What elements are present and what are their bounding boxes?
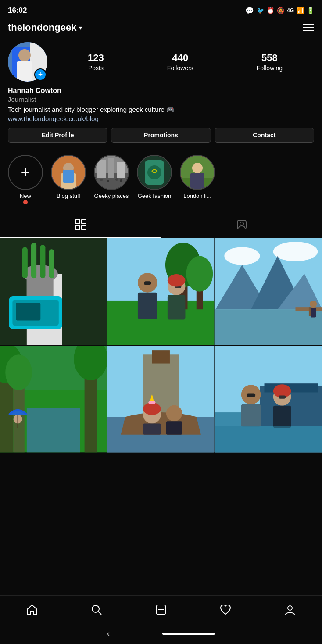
geeky-highlight-circle (94, 155, 129, 190)
signal-4g-icon: 4G (287, 7, 294, 14)
stats-row: 123 Posts 440 Followers 558 Following (56, 52, 314, 72)
svg-rect-12 (97, 160, 106, 178)
silent-icon: 🔕 (277, 7, 284, 14)
svg-point-87 (166, 405, 182, 421)
following-count: 558 (261, 52, 278, 64)
svg-rect-38 (40, 245, 45, 278)
highlight-geeky[interactable]: Geeky places (94, 155, 129, 204)
svg-rect-95 (247, 394, 255, 397)
fashion-highlight-circle (137, 155, 172, 190)
activity-nav-item[interactable] (211, 601, 240, 619)
svg-rect-85 (149, 401, 156, 404)
following-stat[interactable]: 558 Following (257, 52, 283, 72)
highlight-geeky-label: Geeky places (94, 193, 129, 199)
svg-rect-99 (279, 396, 286, 399)
plus-icon: + (21, 163, 30, 182)
svg-point-48 (186, 256, 213, 292)
svg-rect-25 (190, 173, 204, 189)
svg-point-55 (168, 274, 186, 286)
followers-count: 440 (172, 52, 188, 64)
svg-rect-81 (152, 350, 170, 363)
profile-nav-item[interactable] (275, 601, 305, 619)
grid-photo-4[interactable] (0, 346, 107, 452)
svg-point-65 (310, 301, 317, 308)
svg-rect-29 (82, 225, 86, 230)
battery-icon: 🔋 (307, 7, 314, 14)
home-icon (26, 604, 38, 616)
back-button[interactable]: ‹ (107, 629, 110, 638)
svg-rect-53 (144, 281, 151, 285)
svg-rect-86 (143, 424, 161, 435)
home-bar[interactable] (162, 633, 215, 635)
svg-rect-62 (215, 309, 322, 345)
svg-rect-14 (117, 162, 125, 178)
following-label: Following (257, 64, 283, 72)
highlight-fashion-label: Geek fashion (138, 193, 172, 199)
profile-icon (284, 604, 296, 616)
highlight-london[interactable]: London li... (180, 155, 215, 204)
promotions-button[interactable]: Promotions (111, 128, 211, 143)
add-story-button[interactable]: + (34, 68, 47, 81)
svg-point-72 (5, 355, 32, 390)
svg-point-4 (18, 49, 31, 61)
svg-rect-88 (166, 422, 182, 435)
website-link[interactable]: www.thelondongeek.co.uk/blog (8, 115, 314, 122)
highlight-london-label: London li... (183, 193, 211, 199)
highlight-new-label: New (20, 193, 31, 199)
svg-rect-5 (17, 61, 32, 82)
grid-photo-3[interactable] (215, 238, 322, 345)
followers-label: Followers (167, 64, 193, 72)
posts-stat[interactable]: 123 Posts (88, 52, 104, 72)
whatsapp-icon: 💬 (245, 7, 254, 15)
svg-point-18 (120, 179, 122, 182)
highlight-fashion[interactable]: Geek fashion (137, 155, 172, 204)
status-time: 16:02 (8, 6, 27, 15)
svg-point-15 (100, 179, 103, 181)
svg-rect-28 (75, 225, 80, 230)
svg-rect-37 (31, 243, 36, 278)
tagged-tab[interactable] (161, 212, 322, 238)
svg-rect-94 (241, 404, 261, 427)
chevron-down-icon: ▾ (79, 24, 82, 31)
svg-rect-100 (215, 426, 322, 453)
search-nav-item[interactable] (82, 601, 111, 619)
new-post-icon (155, 604, 167, 616)
alarm-icon: ⏰ (267, 7, 274, 14)
svg-point-57 (224, 247, 260, 265)
grid-photo-1[interactable] (0, 238, 107, 345)
status-icons: 💬 🐦 ⏰ 🔕 4G 📶 🔋 (245, 7, 314, 15)
tabs-row (0, 212, 322, 238)
grid-photo-5[interactable] (107, 346, 214, 452)
header: thelondongeek ▾ (0, 19, 322, 38)
new-indicator-dot (23, 200, 28, 204)
svg-rect-66 (311, 308, 316, 317)
edit-profile-button[interactable]: Edit Profile (8, 128, 107, 143)
svg-point-16 (107, 180, 109, 182)
photo-grid (0, 238, 322, 453)
search-icon (90, 604, 103, 616)
svg-point-83 (143, 403, 161, 415)
svg-point-58 (273, 242, 317, 261)
highlight-blog[interactable]: Blog stuff (51, 155, 86, 204)
system-nav: ‹ (0, 623, 322, 644)
signal-bars-icon: 📶 (297, 7, 304, 14)
highlight-new[interactable]: + New (8, 155, 43, 204)
grid-tab[interactable] (0, 212, 161, 238)
new-post-nav-item[interactable] (146, 601, 176, 619)
grid-photo-6[interactable] (215, 346, 322, 452)
contact-button[interactable]: Contact (215, 128, 314, 143)
action-buttons: Edit Profile Promotions Contact (8, 128, 314, 143)
svg-rect-97 (273, 406, 291, 428)
svg-rect-52 (168, 295, 186, 320)
username-container[interactable]: thelondongeek ▾ (8, 22, 82, 33)
home-nav-item[interactable] (17, 601, 47, 619)
bio-section: Hannah Cowton Journalist Tech journalist… (8, 87, 314, 122)
svg-rect-26 (75, 219, 80, 224)
display-name: Hannah Cowton (8, 87, 314, 95)
followers-stat[interactable]: 440 Followers (167, 52, 193, 72)
bio-text: Tech journalist and city blogger explori… (8, 105, 314, 114)
profile-section: + 123 Posts 440 Followers 558 Following (0, 38, 322, 149)
twitter-icon: 🐦 (257, 7, 264, 14)
grid-photo-2[interactable] (107, 238, 214, 345)
hamburger-menu-icon[interactable] (303, 24, 314, 31)
